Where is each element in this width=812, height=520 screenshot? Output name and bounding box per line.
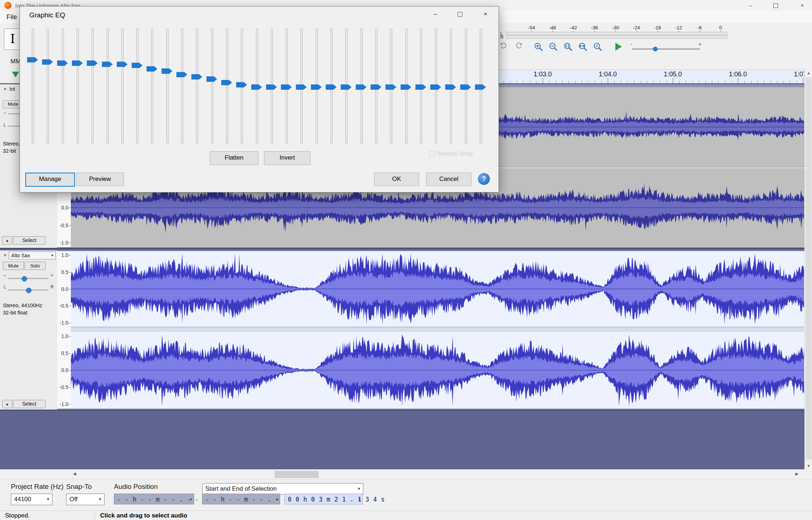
eq-band-thumb-18[interactable] [296,84,307,90]
eq-band-thumb-4[interactable] [87,60,98,66]
snap-to-select[interactable]: Off ▼ [66,494,104,505]
preview-button[interactable]: Preview [76,173,124,186]
snap-to-value: Off [69,496,77,503]
eq-band-thumb-27[interactable] [430,84,441,90]
eq-band-thumb-17[interactable] [281,84,292,90]
audio-position-field[interactable]: - - h - - m - - . - - - s ▼ [114,494,194,504]
eq-band-thumb-7[interactable] [132,63,142,68]
selection-tool-button[interactable]: I [4,29,21,50]
zoom-toggle-button[interactable] [591,40,605,54]
track2-waveform-right[interactable] [71,332,804,409]
eq-band-thumb-21[interactable] [341,84,351,90]
eq-band-thumb-30[interactable] [475,84,486,90]
eq-band-thumb-2[interactable] [57,60,68,66]
eq-band-groove-1[interactable] [47,29,49,144]
eq-band-groove-9[interactable] [166,29,168,144]
invert-button[interactable]: Invert [264,151,311,165]
scroll-up-icon[interactable]: ▲ [805,71,812,75]
eq-band-groove-4[interactable] [91,29,94,144]
eq-band-groove-5[interactable] [107,29,109,144]
playback-meter[interactable]: L R -54-48-42-36-30-24-18-12-60 [499,25,730,39]
track2-pan-thumb[interactable] [26,288,31,293]
track2-mute-button[interactable]: Mute [3,262,24,270]
eq-band-thumb-12[interactable] [206,76,217,82]
vertical-scrollbar[interactable]: ▲ ▼ [804,69,812,469]
scroll-left-icon[interactable]: ◀ [73,472,76,476]
track2-close-icon[interactable]: × [2,252,8,258]
redo-button[interactable] [512,41,526,54]
track1-select-button[interactable]: Select [13,236,46,245]
eq-band-thumb-26[interactable] [415,84,426,90]
track2-select-button[interactable]: Select [13,400,46,408]
play-at-speed-button[interactable] [612,40,626,54]
timeline-label: 1:03.0 [534,71,552,78]
cancel-button[interactable]: Cancel [426,173,471,186]
scroll-down-icon[interactable]: ▼ [805,464,812,468]
track1-name[interactable]: Int [9,86,15,92]
eq-band-groove-8[interactable] [151,29,153,144]
eq-band-thumb-10[interactable] [176,72,187,77]
eq-band-groove-2[interactable] [62,29,64,144]
vertical-scroll-thumb[interactable] [805,77,812,460]
eq-band-thumb-22[interactable] [356,84,367,90]
eq-band-thumb-3[interactable] [72,60,83,66]
eq-band-thumb-25[interactable] [401,84,411,90]
scroll-right-icon[interactable]: ▶ [795,472,798,476]
track2-gain-slider[interactable] [8,278,48,279]
selection-mode-select[interactable]: Start and End of Selection ▼ [202,483,363,495]
eq-band-thumb-15[interactable] [251,84,262,90]
eq-band-groove-3[interactable] [77,29,79,144]
track1-collapse-button[interactable]: ▲ [2,236,12,245]
pinned-playhead-icon[interactable] [12,72,19,77]
eq-band-thumb-5[interactable] [102,62,113,67]
eq-band-groove-13[interactable] [226,29,228,144]
eq-band-thumb-1[interactable] [42,59,53,65]
zoom-out-button[interactable] [546,40,561,54]
flatten-button[interactable]: Flatten [210,151,258,165]
help-button[interactable]: ? [478,173,490,185]
speed-slider-thumb[interactable] [653,47,658,51]
eq-band-thumb-28[interactable] [445,84,456,90]
eq-band-thumb-14[interactable] [236,82,247,88]
eq-band-thumb-8[interactable] [146,66,157,72]
eq-band-thumb-24[interactable] [385,84,396,90]
eq-band-thumb-11[interactable] [191,74,202,80]
track2-solo-button[interactable]: Solo [25,262,46,270]
eq-band-groove-12[interactable] [211,29,213,144]
eq-band-thumb-0[interactable] [27,57,38,63]
ok-button[interactable]: OK [374,173,419,186]
restore-window-icon[interactable] [767,0,784,11]
eq-band-thumb-13[interactable] [221,80,232,85]
close-window-icon[interactable]: × [794,0,811,11]
eq-band-thumb-16[interactable] [266,84,277,90]
manage-button[interactable]: Manage [25,173,75,187]
eq-band-thumb-20[interactable] [326,84,337,90]
track2-gain-thumb[interactable] [22,276,27,282]
eq-band-thumb-29[interactable] [460,84,471,90]
horizontal-scroll-thumb[interactable] [275,471,319,478]
fit-project-button[interactable] [576,40,590,54]
track2-name-dropdown[interactable]: Alto Sax ▼ [9,251,56,259]
eq-band-groove-11[interactable] [196,29,198,144]
eq-band-groove-0[interactable] [32,29,34,144]
zoom-in-button[interactable] [531,40,546,54]
horizontal-scrollbar[interactable]: ◀ ▶ [0,469,812,479]
track1-close-icon[interactable]: × [2,86,8,92]
track2-waveform-left[interactable] [71,251,804,327]
eq-band-thumb-9[interactable] [162,68,172,74]
eq-band-groove-7[interactable] [136,29,138,144]
selection-start-field[interactable]: - - h - - m - - . - - - s ▼ [202,494,280,504]
eq-band-thumb-6[interactable] [117,62,128,67]
eq-band-groove-6[interactable] [121,29,124,144]
eq-band-groove-10[interactable] [181,29,183,144]
fit-selection-button[interactable] [561,40,576,54]
selection-end-field[interactable]: 0 0 h 0 3 m 2 1 . 1 3 4 s ▼ [285,494,363,504]
minimize-window-icon[interactable]: – [742,0,759,11]
play-speed-slider[interactable]: - + [631,40,701,54]
menu-file[interactable]: File [3,12,21,22]
eq-band-thumb-19[interactable] [311,84,322,90]
track2-collapse-button[interactable]: ▲ [2,400,12,408]
project-rate-select[interactable]: 44100 ▼ [11,494,52,505]
meter-scale-label: -24 [633,25,640,30]
eq-band-thumb-23[interactable] [371,84,381,90]
